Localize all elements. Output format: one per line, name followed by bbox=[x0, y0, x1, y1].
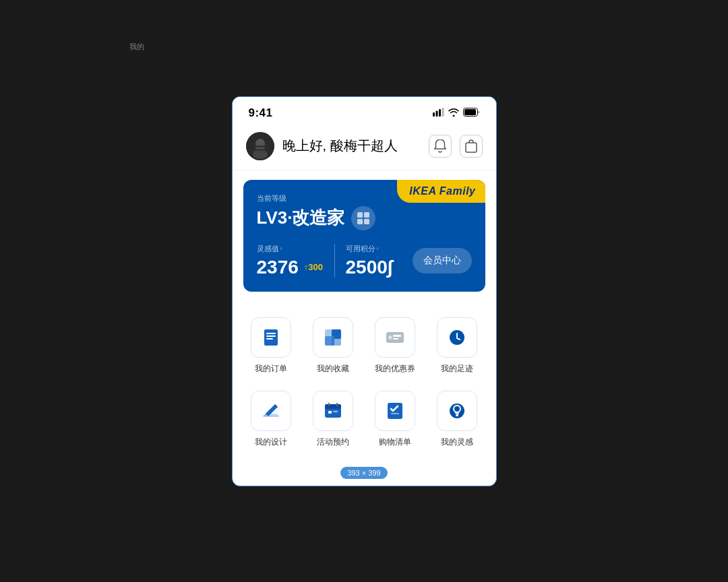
my-design-label: 我的设计 bbox=[255, 437, 287, 448]
svg-rect-38 bbox=[391, 413, 399, 414]
ikea-family-text: IKEA Family bbox=[409, 185, 475, 197]
svg-point-8 bbox=[253, 150, 268, 159]
canvas-label: 我的 bbox=[129, 42, 144, 52]
bag-button[interactable] bbox=[460, 135, 483, 158]
points-value: 2500∫ bbox=[346, 257, 413, 278]
svg-rect-1 bbox=[435, 110, 437, 117]
svg-rect-18 bbox=[266, 335, 276, 337]
svg-rect-16 bbox=[264, 329, 278, 346]
svg-rect-10 bbox=[256, 148, 264, 149]
svg-point-25 bbox=[388, 335, 392, 340]
svg-rect-26 bbox=[393, 335, 401, 337]
points-label: 可用积分 › bbox=[346, 244, 413, 254]
status-time: 9:41 bbox=[249, 106, 273, 120]
shopping-list-icon-box bbox=[375, 391, 415, 431]
shopping-list-label: 购物清单 bbox=[379, 437, 411, 448]
my-favorites-label: 我的收藏 bbox=[317, 363, 349, 375]
level-title: LV3·改造家 bbox=[257, 206, 472, 230]
action-my-favorites[interactable]: 我的收藏 bbox=[306, 312, 360, 380]
app-header: 晚上好, 酸梅干超人 bbox=[233, 125, 496, 170]
phone-frame: 9:41 bbox=[232, 96, 497, 486]
svg-rect-37 bbox=[388, 403, 402, 419]
insight-stat[interactable]: 灵感值 › 2376 ↑300 bbox=[257, 244, 324, 278]
my-inspiration-icon-box bbox=[437, 391, 477, 431]
my-coupons-label: 我的优惠券 bbox=[375, 363, 415, 375]
wifi-icon bbox=[448, 107, 459, 119]
svg-rect-5 bbox=[464, 109, 476, 115]
svg-rect-23 bbox=[332, 336, 341, 346]
battery-icon bbox=[463, 107, 480, 119]
size-label: 393 × 399 bbox=[340, 467, 387, 479]
stat-divider bbox=[334, 244, 335, 278]
my-coupons-icon-box bbox=[375, 317, 415, 358]
svg-rect-33 bbox=[328, 411, 332, 414]
svg-rect-32 bbox=[325, 404, 341, 409]
svg-rect-19 bbox=[266, 338, 273, 340]
points-stat[interactable]: 可用积分 › 2500∫ bbox=[346, 244, 413, 278]
event-booking-icon-box bbox=[313, 391, 353, 431]
greeting-text: 晚上好, 酸梅干超人 bbox=[282, 137, 398, 155]
header-icons bbox=[429, 135, 483, 158]
signal-icon bbox=[433, 107, 444, 119]
svg-rect-35 bbox=[328, 403, 330, 406]
action-my-coupons[interactable]: 我的优惠券 bbox=[368, 312, 422, 380]
insight-value: 2376 ↑300 bbox=[257, 257, 324, 278]
svg-rect-27 bbox=[393, 338, 398, 340]
svg-rect-12 bbox=[357, 212, 363, 218]
my-orders-icon-box bbox=[251, 317, 291, 358]
event-booking-label: 活动预约 bbox=[317, 437, 349, 448]
action-event-booking[interactable]: 活动预约 bbox=[306, 385, 360, 453]
my-inspiration-label: 我的灵感 bbox=[441, 437, 473, 448]
svg-rect-14 bbox=[357, 219, 363, 224]
quick-actions: 我的订单 我的收藏 bbox=[233, 301, 496, 464]
my-history-icon-box bbox=[437, 317, 477, 358]
size-label-wrap: 393 × 399 bbox=[233, 464, 496, 486]
insight-delta: ↑300 bbox=[304, 262, 323, 272]
member-center-button[interactable]: 会员中心 bbox=[413, 248, 472, 273]
status-bar: 9:41 bbox=[233, 97, 496, 125]
avatar[interactable] bbox=[246, 132, 274, 160]
my-orders-label: 我的订单 bbox=[255, 363, 287, 375]
action-my-inspiration[interactable]: 我的灵感 bbox=[430, 385, 484, 453]
my-design-icon-box bbox=[251, 391, 291, 431]
notification-button[interactable] bbox=[429, 135, 452, 158]
actions-row-2: 我的设计 活动预约 bbox=[241, 385, 488, 453]
svg-rect-36 bbox=[336, 403, 338, 406]
membership-card: IKEA Family 当前等级 LV3·改造家 灵感值 › bbox=[243, 180, 485, 292]
my-favorites-icon-box bbox=[313, 317, 353, 358]
svg-rect-34 bbox=[333, 411, 338, 412]
insight-label: 灵感值 › bbox=[257, 244, 324, 254]
svg-rect-2 bbox=[439, 109, 441, 117]
svg-rect-13 bbox=[364, 212, 369, 218]
svg-rect-3 bbox=[442, 108, 444, 117]
svg-rect-41 bbox=[456, 415, 458, 416]
action-my-design[interactable]: 我的设计 bbox=[244, 385, 298, 453]
svg-rect-17 bbox=[266, 333, 276, 334]
svg-rect-11 bbox=[466, 143, 477, 152]
svg-rect-15 bbox=[364, 219, 369, 224]
action-shopping-list[interactable]: 购物清单 bbox=[368, 385, 422, 453]
ikea-family-badge: IKEA Family bbox=[397, 180, 485, 203]
status-icons bbox=[433, 107, 480, 119]
svg-rect-0 bbox=[433, 112, 435, 117]
action-my-orders[interactable]: 我的订单 bbox=[244, 312, 298, 380]
my-history-label: 我的足迹 bbox=[441, 363, 473, 375]
card-bottom: 灵感值 › 2376 ↑300 可用积分 › 2500∫ 会员中心 bbox=[257, 244, 472, 278]
header-left: 晚上好, 酸梅干超人 bbox=[246, 132, 398, 160]
action-my-history[interactable]: 我的足迹 bbox=[430, 312, 484, 380]
actions-row-1: 我的订单 我的收藏 bbox=[241, 312, 488, 380]
level-icon bbox=[351, 206, 375, 230]
